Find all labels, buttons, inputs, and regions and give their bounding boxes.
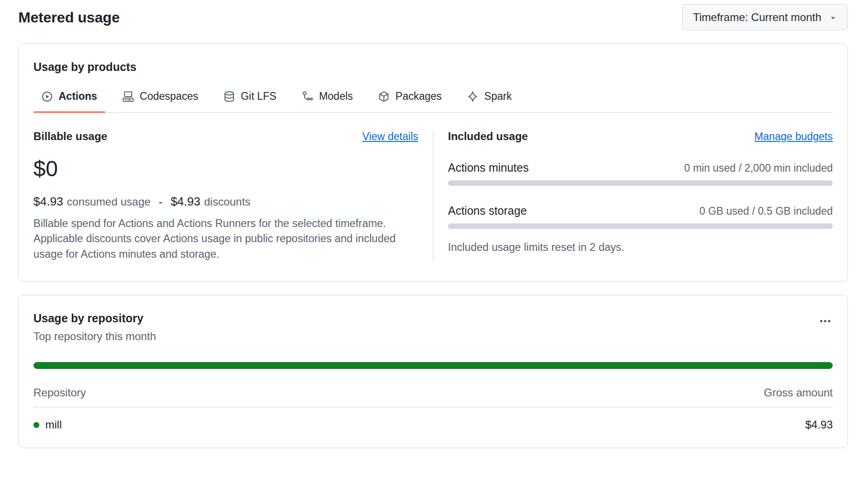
database-icon [224, 91, 235, 102]
repository-card-title: Usage by repository [33, 312, 156, 325]
column-header-gross-amount: Gross amount [764, 386, 833, 399]
meter-usage: 0 GB used / 0.5 GB included [699, 205, 833, 217]
discount-label: discounts [204, 195, 250, 208]
reset-note: Included usage limits reset in 2 days. [448, 241, 833, 254]
included-usage-heading: Included usage [448, 130, 528, 143]
kebab-horizontal-icon [819, 315, 831, 327]
tab-git-lfs[interactable]: Git LFS [216, 90, 285, 112]
repo-name-cell: mill [33, 418, 62, 431]
billable-usage-heading: Billable usage [33, 130, 107, 143]
tab-label: Git LFS [241, 90, 276, 103]
product-tabs: Actions Codespaces Git LFS Models Packag… [33, 90, 833, 113]
table-row: mill $4.93 [33, 407, 833, 434]
billable-total: $0 [33, 158, 418, 180]
usage-by-products-card: Usage by products Actions Codespaces Git… [18, 43, 848, 282]
meter-label: Actions storage [448, 204, 527, 217]
actions-storage-progressbar [448, 223, 833, 229]
tab-label: Actions [59, 90, 97, 103]
billable-description: Billable spend for Actions and Actions R… [33, 216, 418, 262]
tab-packages[interactable]: Packages [370, 90, 450, 112]
repo-gross-amount: $4.93 [805, 418, 833, 431]
tab-label: Packages [395, 90, 442, 103]
actions-minutes-row: Actions minutes 0 min used / 2,000 min i… [448, 161, 833, 174]
meter-label: Actions minutes [448, 161, 528, 174]
page-header: Metered usage Timeframe: Current month [18, 3, 848, 30]
ai-model-icon [302, 91, 313, 102]
repo-name: mill [45, 418, 62, 431]
included-usage-section: Included usage Manage budgets Actions mi… [448, 130, 833, 262]
column-header-repository: Repository [33, 386, 86, 399]
repo-usage-bar-fill [33, 362, 833, 369]
repository-card-subtitle: Top repository this month [33, 330, 156, 343]
metered-usage-page: Metered usage Timeframe: Current month U… [0, 0, 868, 448]
tab-label: Spark [484, 90, 512, 103]
chevron-down-icon [829, 13, 837, 22]
repo-card-menu-button[interactable] [815, 311, 836, 331]
manage-budgets-link[interactable]: Manage budgets [755, 130, 833, 143]
codespaces-icon [123, 91, 134, 102]
actions-storage-row: Actions storage 0 GB used / 0.5 GB inclu… [448, 204, 833, 217]
repo-card-headings: Usage by repository Top repository this … [33, 309, 156, 343]
tab-spark[interactable]: Spark [459, 90, 520, 112]
tab-label: Codespaces [140, 90, 198, 103]
products-card-columns: Billable usage View details $0 $4.93 con… [33, 130, 833, 262]
tab-label: Models [319, 90, 353, 103]
products-card-title: Usage by products [33, 60, 833, 74]
tab-actions[interactable]: Actions [33, 90, 105, 112]
repo-color-dot [33, 422, 39, 428]
repo-table-header: Repository Gross amount [33, 386, 833, 407]
repo-usage-bar [33, 362, 833, 369]
discount-amount: $4.93 [171, 195, 200, 209]
timeframe-dropdown[interactable]: Timeframe: Current month [682, 4, 848, 30]
play-icon [42, 91, 53, 102]
page-title: Metered usage [18, 9, 119, 26]
usage-by-repository-card: Usage by repository Top repository this … [18, 295, 848, 448]
consumed-amount: $4.93 [33, 195, 63, 209]
tab-codespaces[interactable]: Codespaces [114, 90, 206, 112]
view-details-link[interactable]: View details [362, 130, 418, 143]
minus-separator: - [159, 195, 162, 208]
package-icon [378, 91, 389, 102]
consumed-discount-line: $4.93 consumed usage - $4.93 discounts [33, 195, 418, 209]
meter-usage: 0 min used / 2,000 min included [684, 162, 833, 174]
tab-models[interactable]: Models [294, 90, 361, 112]
actions-minutes-progressbar [448, 180, 833, 186]
billable-usage-section: Billable usage View details $0 $4.93 con… [33, 130, 418, 262]
consumed-label: consumed usage [67, 195, 151, 208]
sparkle-icon [467, 91, 478, 102]
column-divider [433, 130, 433, 262]
timeframe-label: Timeframe: Current month [693, 11, 821, 24]
